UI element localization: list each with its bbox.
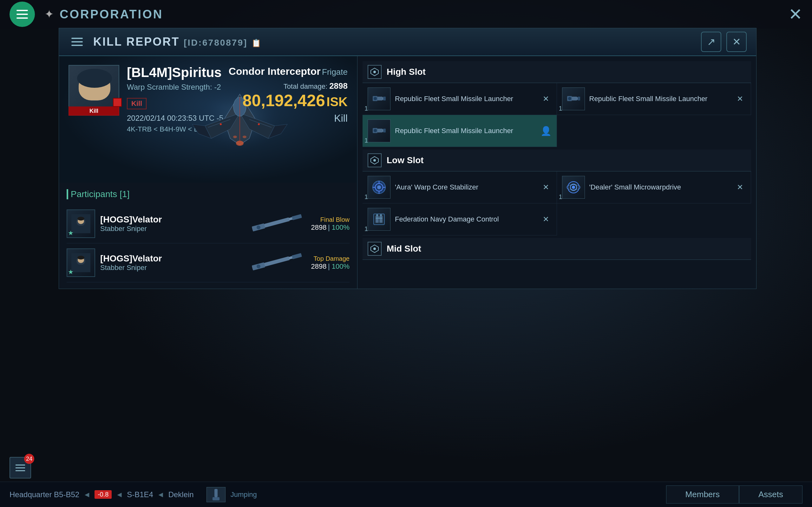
svg-rect-41 — [377, 97, 383, 101]
low-slot-item-2[interactable]: 1 'Dealer' Small Microwarpdrive ✕ — [557, 171, 751, 204]
sidebar-button[interactable]: 24 — [9, 457, 31, 478]
svg-point-56 — [377, 185, 381, 189]
svg-point-7 — [243, 135, 247, 138]
low-slot-items: 1 'Aura' Warp — [362, 171, 751, 235]
svg-rect-66 — [375, 216, 379, 223]
bottom-input[interactable] — [206, 487, 225, 502]
modal-close-button[interactable]: ✕ — [726, 32, 747, 52]
mid-slot-icon — [368, 242, 382, 256]
modal-menu-button[interactable] — [68, 33, 86, 50]
top-damage-label: Top Damage — [311, 255, 350, 262]
bottom-status: Jumping — [231, 491, 257, 499]
modal-actions: ↗ ✕ — [701, 32, 747, 52]
kill-report-content: Kill [BL4M]Spiritus Warp Scramble Streng… — [59, 56, 756, 289]
svg-point-36 — [373, 71, 376, 73]
kill-label: Kill — [127, 98, 147, 109]
item-remove-icon[interactable]: ✕ — [540, 93, 552, 105]
export-button[interactable]: ↗ — [701, 32, 721, 52]
low-slot-label: Low Slot — [387, 155, 424, 165]
svg-point-6 — [233, 135, 237, 138]
person-icon: 👤 — [541, 126, 552, 136]
ship-stats: Condor Interceptor Frigate Total damage:… — [229, 66, 348, 124]
slot-item-3[interactable]: 1 Republic Fleet Small Missile Launcher — [362, 115, 557, 147]
item-remove-icon-2[interactable]: ✕ — [734, 93, 746, 105]
location-sep-1: ◄ — [83, 490, 91, 499]
low-item-remove-1[interactable]: ✕ — [540, 181, 552, 193]
location-sep-2: ◄ — [115, 490, 123, 499]
low-item-icon-2 — [562, 176, 585, 199]
corp-title: CORPORATION — [60, 8, 163, 21]
svg-rect-32 — [292, 253, 302, 259]
members-tab[interactable]: Members — [666, 486, 739, 504]
final-blow-label: Final Blow — [311, 216, 350, 223]
low-item-remove-2[interactable]: ✕ — [734, 181, 746, 193]
item-qty-2: 1 — [559, 105, 562, 112]
notification-badge: 24 — [24, 454, 34, 464]
svg-rect-22 — [292, 214, 302, 220]
low-item-name-1: 'Aura' Warp Core Stabilizer — [395, 183, 536, 192]
participant-ship-1: Stabber Sniper — [100, 225, 244, 233]
svg-point-40 — [374, 97, 377, 100]
low-slot-item-3[interactable]: 1 Federation Navy Damage Contr — [362, 204, 557, 235]
low-slot-section: Low Slot 1 — [362, 150, 751, 235]
hamburger-button[interactable] — [9, 2, 35, 27]
svg-rect-67 — [379, 216, 383, 223]
svg-rect-39 — [383, 97, 386, 101]
participants-header: Participants [1] — [67, 189, 350, 199]
participant-item[interactable]: ★ [HOGS]Velator Stabber Sniper — [67, 205, 350, 243]
low-item-name-2: 'Dealer' Small Microwarpdrive — [589, 183, 730, 192]
svg-point-18 — [78, 217, 84, 221]
total-damage-label: Total damage: 2898 — [229, 81, 348, 91]
kill-badge: Kill — [68, 107, 119, 116]
participant-weapon-2 — [249, 253, 306, 272]
svg-rect-24 — [264, 217, 290, 228]
participant-item-2[interactable]: ★ [HOGS]Velator Stabber Sniper — [67, 243, 350, 282]
mid-slot-header: Mid Slot — [362, 238, 751, 260]
item-icon — [368, 88, 391, 110]
corp-icon-small — [113, 98, 122, 107]
location-main: Headquarter B5-B52 — [9, 490, 79, 499]
export-icon: ↗ — [707, 36, 716, 48]
low-slot-header: Low Slot — [362, 150, 751, 171]
isk-display: 80,192,426 ISK — [229, 91, 348, 110]
svg-rect-65 — [374, 214, 385, 225]
ship-class-name: Condor Interceptor Frigate — [229, 66, 348, 77]
assets-tab[interactable]: Assets — [739, 486, 803, 504]
low-slot-item-1[interactable]: 1 'Aura' Warp — [362, 171, 557, 204]
mid-slot-label: Mid Slot — [387, 244, 421, 254]
left-panel: Kill [BL4M]Spiritus Warp Scramble Streng… — [59, 56, 357, 289]
corp-star-icon: ✦ — [44, 8, 54, 21]
modal-title: KILL REPORT [ID:6780879] 📋 — [93, 35, 262, 49]
location-3: Deklein — [168, 490, 194, 499]
svg-point-63 — [572, 186, 575, 189]
hero-section: Kill [BL4M]Spiritus Warp Scramble Streng… — [59, 56, 357, 183]
high-slot-header: High Slot — [362, 61, 751, 83]
slot-item[interactable]: 1 Republic Fleet Small Missile Launcher — [362, 83, 557, 115]
participant-portrait-1: ★ — [67, 210, 95, 238]
low-item-icon-1 — [368, 176, 391, 199]
low-item-remove-3[interactable]: ✕ — [540, 214, 552, 225]
participant-star-icon: ★ — [68, 229, 73, 237]
participant-stats-2: Top Damage 2898 | 100% — [311, 255, 350, 271]
svg-rect-34 — [264, 257, 290, 267]
copy-icon[interactable]: 📋 — [252, 39, 262, 47]
high-slot-items: 1 Republic Fleet Small Missile Launcher — [362, 83, 751, 147]
participant-info-1: [HOGS]Velator Stabber Sniper — [100, 215, 244, 233]
app-close-button[interactable]: ✕ — [789, 6, 803, 22]
bottom-right-tabs: Members Assets — [666, 486, 803, 504]
item-qty: 1 — [364, 105, 368, 112]
header-bar — [67, 189, 68, 199]
svg-rect-73 — [214, 489, 217, 497]
participant-damage-1: 2898 | 100% — [311, 223, 350, 232]
close-icon: ✕ — [732, 36, 741, 48]
svg-rect-51 — [377, 129, 383, 132]
svg-point-53 — [373, 159, 376, 162]
slot-item-2[interactable]: 1 Republic Fleet Small Missile Launcher — [557, 83, 751, 115]
participant-damage-2: 2898 | 100% — [311, 262, 350, 271]
svg-rect-49 — [383, 129, 386, 132]
sidebar-circle[interactable]: 24 — [9, 457, 31, 478]
location-2: S-B1E4 — [127, 490, 153, 499]
participant-star-icon-2: ★ — [68, 268, 73, 276]
participant-info-2: [HOGS]Velator Stabber Sniper — [100, 253, 244, 272]
character-portrait: Kill — [68, 65, 119, 116]
